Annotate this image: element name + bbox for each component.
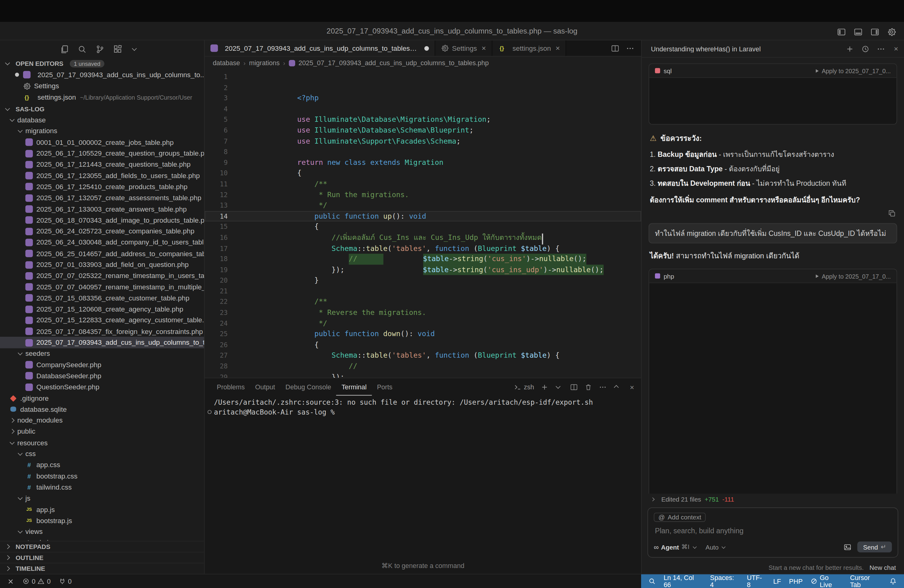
tree-item[interactable]: seeders xyxy=(0,348,204,359)
code-line[interactable]: 21 * Reverse the migrations. xyxy=(205,286,641,297)
code-line[interactable]: 28 } xyxy=(205,361,641,372)
tree-item[interactable]: 2025_06_17_125410_create_products_table.… xyxy=(0,181,204,192)
tree-item[interactable]: views xyxy=(0,526,204,537)
attach-image-icon[interactable] xyxy=(844,543,852,551)
open-editor-item-migration[interactable]: 2025_07_17_093943_add_cus_ins_udp_column… xyxy=(0,69,204,81)
chat-messages[interactable]: sql Apply to 2025_07_17_0... ALTER TABLE… xyxy=(642,58,904,494)
code-line[interactable]: 25 Schema::table('tables', function (Blu… xyxy=(205,329,641,340)
tree-item[interactable]: 2025_07_17_093943_add_cus_ins_udp_column… xyxy=(0,337,204,348)
tree-item[interactable]: 2025_06_17_123055_add_fields_to_users_ta… xyxy=(0,170,204,181)
chevron-down-icon[interactable] xyxy=(131,46,137,52)
tree-item[interactable]: .gitignore xyxy=(0,393,204,404)
tree-item[interactable]: 2025_06_17_132057_create_assessments_tab… xyxy=(0,192,204,203)
tab-settings[interactable]: Settings xyxy=(435,40,493,56)
code-line[interactable]: 22 */ xyxy=(205,297,641,308)
more-actions-icon[interactable] xyxy=(877,44,885,52)
open-editor-item-settings-json[interactable]: settings.json ~/Library/Application Supp… xyxy=(0,92,204,103)
split-editor-icon[interactable] xyxy=(611,44,619,52)
toggle-sidebar-right-icon[interactable] xyxy=(871,27,879,36)
notifications-bell-icon[interactable] xyxy=(885,574,901,588)
edited-files-summary[interactable]: Edited 21 files +751 -111 xyxy=(642,493,904,505)
tree-item[interactable]: 2025_07_17_084357_fix_foreign_key_constr… xyxy=(0,326,204,337)
tree-item[interactable]: 2025_06_17_105529_create_question_groups… xyxy=(0,148,204,159)
tree-item[interactable]: public xyxy=(0,426,204,437)
tree-item[interactable]: migrations xyxy=(0,125,204,136)
close-icon[interactable] xyxy=(482,44,486,52)
history-icon[interactable] xyxy=(861,44,869,52)
code-editor[interactable]: 1 <?php 2 3 xyxy=(205,69,641,378)
breadcrumb-folder[interactable]: database xyxy=(213,59,240,66)
panel-tab[interactable]: Problems xyxy=(212,378,250,395)
cursor-tab-toggle[interactable]: Cursor Tab xyxy=(846,574,885,588)
code-line[interactable]: 15 Schema::table('tables', function (Blu… xyxy=(205,222,641,232)
copy-icon[interactable] xyxy=(888,209,896,217)
tree-item[interactable]: 2025_07_01_033903_add_field_on_question.… xyxy=(0,259,204,270)
panel-tab[interactable]: Ports xyxy=(372,378,398,395)
code-line[interactable]: 20 /** xyxy=(205,275,641,286)
code-line[interactable]: 29 }; xyxy=(205,372,641,378)
code-line[interactable]: 17 });$table->string('cus_ins_udp')->nul… xyxy=(205,243,641,254)
open-editors-header[interactable]: OPEN EDITORS 1 unsaved xyxy=(0,58,204,70)
code-line[interactable]: 3 use Illuminate\Database\Migrations\Mig… xyxy=(205,93,641,104)
panel-tab[interactable]: Debug Console xyxy=(280,378,336,395)
close-icon[interactable] xyxy=(894,44,898,53)
search-icon[interactable] xyxy=(645,574,659,588)
apply-button[interactable]: Apply to 2025_07_17_0... xyxy=(816,67,891,74)
close-panel-icon[interactable] xyxy=(630,383,634,391)
open-editor-item-settings[interactable]: Settings xyxy=(0,81,204,92)
code-line[interactable]: 5 use Illuminate\Support\Facades\Schema; xyxy=(205,114,641,125)
tree-item[interactable]: 2025_07_15_122833_create_agency_customer… xyxy=(0,315,204,326)
code-line[interactable]: 8 { xyxy=(205,147,641,158)
tree-item[interactable]: QuestionSeeder.php xyxy=(0,382,204,393)
new-chat-icon[interactable] xyxy=(846,44,854,52)
chat-input-box[interactable]: @ Add context Plan, search, build anythi… xyxy=(648,507,898,558)
tab-migration-file[interactable]: 2025_07_17_093943_add_cus_ins_udp_column… xyxy=(205,40,435,56)
tree-item[interactable]: 2025_06_17_133003_create_answers_table.p… xyxy=(0,204,204,215)
search-icon[interactable] xyxy=(78,44,86,53)
sidebar-section-header[interactable]: OUTLINE xyxy=(0,552,204,563)
code-line[interactable]: 1 <?php xyxy=(205,72,641,82)
trash-icon[interactable] xyxy=(585,383,592,390)
ports-indicator[interactable]: 0 xyxy=(55,574,75,588)
breadcrumb-file[interactable]: 2025_07_17_093943_add_cus_ins_udp_column… xyxy=(299,59,489,66)
problems-indicator[interactable]: 0 0 xyxy=(19,574,54,588)
remote-indicator[interactable] xyxy=(3,574,18,588)
tree-item[interactable]: 2025_06_17_121443_create_questions_table… xyxy=(0,159,204,170)
panel-tab[interactable]: Output xyxy=(250,378,280,395)
tree-item[interactable]: 2025_06_18_070343_add_image_to_products_… xyxy=(0,215,204,226)
code-line[interactable]: 13 { xyxy=(205,200,641,211)
chevron-down-icon[interactable] xyxy=(555,384,561,390)
model-selector[interactable]: Auto xyxy=(706,544,729,550)
apply-button[interactable]: Apply to 2025_07_17_0... xyxy=(816,273,891,280)
chat-input-placeholder[interactable]: Plan, search, build anything xyxy=(655,527,891,535)
settings-gear-icon[interactable] xyxy=(887,27,896,36)
tree-item[interactable]: CompanySeeder.php xyxy=(0,359,204,370)
agent-mode-selector[interactable]: Agent ⌘I xyxy=(654,543,700,551)
code-line[interactable]: 4 use Illuminate\Database\Schema\Bluepri… xyxy=(205,104,641,114)
sidebar-section-header[interactable]: NOTEPADS xyxy=(0,541,204,552)
indentation[interactable]: Spaces: 4 xyxy=(706,574,743,588)
code-line[interactable]: 2 xyxy=(205,82,641,93)
send-button[interactable]: Send ↵ xyxy=(857,542,892,553)
split-terminal-icon[interactable] xyxy=(571,383,578,390)
new-chat-link[interactable]: New chat xyxy=(869,564,896,571)
new-terminal-icon[interactable] xyxy=(541,383,548,390)
tree-item[interactable]: database xyxy=(0,114,204,125)
chat-tab-title[interactable]: Understanding whereHas() in Laravel xyxy=(648,45,764,52)
tree-item[interactable]: app.css xyxy=(0,460,204,471)
tree-item[interactable]: tailwind.css xyxy=(0,482,204,493)
toggle-sidebar-left-icon[interactable] xyxy=(837,27,846,36)
maximize-panel-icon[interactable] xyxy=(614,384,620,390)
go-live-button[interactable]: Go Live xyxy=(807,574,846,588)
tree-item[interactable]: 2025_07_15_083356_create_customer_table.… xyxy=(0,292,204,303)
tree-item[interactable]: resources xyxy=(0,437,204,448)
more-actions-icon[interactable] xyxy=(599,383,607,390)
tree-item[interactable]: 2025_06_24_025723_create_companies_table… xyxy=(0,226,204,237)
tree-item[interactable]: js xyxy=(0,493,204,504)
tree-item[interactable]: app.js xyxy=(0,504,204,515)
tree-item[interactable]: 2025_07_07_025322_rename_timestamp_in_us… xyxy=(0,270,204,281)
tree-item[interactable]: database.sqlite xyxy=(0,404,204,415)
tree-item[interactable]: 2025_07_15_120608_create_agency_table.ph… xyxy=(0,303,204,315)
toggle-panel-icon[interactable] xyxy=(854,27,863,36)
tree-item[interactable]: bootstrap.js xyxy=(0,515,204,526)
